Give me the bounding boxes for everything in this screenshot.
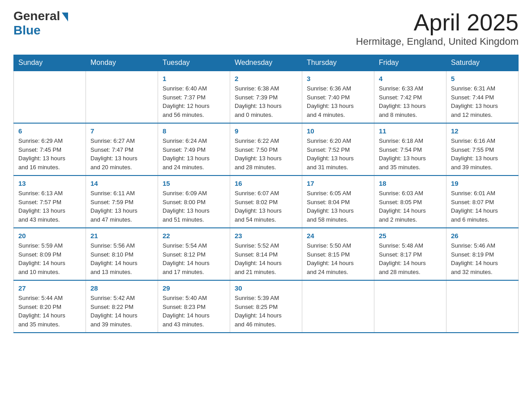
- day-number: 8: [163, 127, 225, 135]
- day-info: Sunrise: 6:29 AM Sunset: 7:45 PM Dayligh…: [18, 137, 81, 171]
- week-row-3: 13Sunrise: 6:13 AM Sunset: 7:57 PM Dayli…: [14, 176, 519, 228]
- day-info: Sunrise: 5:46 AM Sunset: 8:19 PM Dayligh…: [451, 241, 514, 276]
- day-number: 10: [307, 127, 369, 135]
- day-number: 30: [235, 284, 297, 292]
- day-info: Sunrise: 5:42 AM Sunset: 8:22 PM Dayligh…: [90, 294, 153, 329]
- logo-triangle-icon: [62, 13, 68, 21]
- day-info: Sunrise: 5:59 AM Sunset: 8:09 PM Dayligh…: [18, 241, 81, 276]
- calendar-cell: 21Sunrise: 5:56 AM Sunset: 8:10 PM Dayli…: [86, 228, 158, 280]
- calendar-cell: 15Sunrise: 6:09 AM Sunset: 8:00 PM Dayli…: [158, 176, 230, 228]
- weekday-header-wednesday: Wednesday: [230, 55, 302, 71]
- day-info: Sunrise: 5:56 AM Sunset: 8:10 PM Dayligh…: [90, 241, 153, 276]
- week-row-4: 20Sunrise: 5:59 AM Sunset: 8:09 PM Dayli…: [14, 228, 519, 280]
- day-number: 24: [307, 232, 369, 240]
- calendar-cell: [374, 280, 446, 333]
- calendar-cell: 17Sunrise: 6:05 AM Sunset: 8:04 PM Dayli…: [302, 176, 374, 228]
- day-number: 14: [90, 180, 153, 187]
- day-info: Sunrise: 6:07 AM Sunset: 8:02 PM Dayligh…: [235, 189, 297, 224]
- day-info: Sunrise: 6:31 AM Sunset: 7:44 PM Dayligh…: [451, 84, 514, 119]
- day-number: 13: [18, 180, 81, 187]
- day-info: Sunrise: 6:38 AM Sunset: 7:39 PM Dayligh…: [235, 84, 297, 119]
- day-info: Sunrise: 6:22 AM Sunset: 7:50 PM Dayligh…: [235, 137, 297, 171]
- weekday-header-tuesday: Tuesday: [158, 55, 230, 71]
- day-number: 22: [163, 232, 225, 240]
- calendar-cell: 7Sunrise: 6:27 AM Sunset: 7:47 PM Daylig…: [86, 123, 158, 176]
- day-info: Sunrise: 6:13 AM Sunset: 7:57 PM Dayligh…: [18, 189, 81, 224]
- day-number: 19: [451, 180, 514, 187]
- calendar-cell: 11Sunrise: 6:18 AM Sunset: 7:54 PM Dayli…: [374, 123, 446, 176]
- day-info: Sunrise: 6:16 AM Sunset: 7:55 PM Dayligh…: [451, 137, 514, 171]
- day-number: 28: [90, 284, 153, 292]
- weekday-header-sunday: Sunday: [14, 55, 86, 71]
- day-number: 18: [379, 180, 442, 187]
- day-info: Sunrise: 5:39 AM Sunset: 8:25 PM Dayligh…: [235, 294, 297, 329]
- week-row-2: 6Sunrise: 6:29 AM Sunset: 7:45 PM Daylig…: [14, 123, 519, 176]
- day-number: 12: [451, 127, 514, 135]
- calendar-cell: 8Sunrise: 6:24 AM Sunset: 7:49 PM Daylig…: [158, 123, 230, 176]
- weekday-header-saturday: Saturday: [446, 55, 519, 71]
- day-info: Sunrise: 5:52 AM Sunset: 8:14 PM Dayligh…: [235, 241, 297, 276]
- logo-general-text: General: [13, 9, 60, 23]
- day-info: Sunrise: 5:40 AM Sunset: 8:23 PM Dayligh…: [163, 294, 225, 329]
- day-number: 21: [90, 232, 153, 240]
- day-number: 6: [18, 127, 81, 135]
- month-title: April 2025: [356, 9, 519, 36]
- day-number: 29: [163, 284, 225, 292]
- calendar-cell: [302, 280, 374, 333]
- day-info: Sunrise: 6:09 AM Sunset: 8:00 PM Dayligh…: [163, 189, 225, 224]
- calendar-cell: 12Sunrise: 6:16 AM Sunset: 7:55 PM Dayli…: [446, 123, 519, 176]
- day-number: 16: [235, 180, 297, 187]
- day-info: Sunrise: 6:05 AM Sunset: 8:04 PM Dayligh…: [307, 189, 369, 224]
- calendar-cell: [446, 280, 519, 333]
- day-number: 17: [307, 180, 369, 187]
- day-info: Sunrise: 6:40 AM Sunset: 7:37 PM Dayligh…: [163, 84, 225, 119]
- calendar-cell: [86, 71, 158, 123]
- calendar-cell: 5Sunrise: 6:31 AM Sunset: 7:44 PM Daylig…: [446, 71, 519, 123]
- day-number: 5: [451, 75, 514, 82]
- calendar-cell: 28Sunrise: 5:42 AM Sunset: 8:22 PM Dayli…: [86, 280, 158, 333]
- calendar-cell: 27Sunrise: 5:44 AM Sunset: 8:20 PM Dayli…: [14, 280, 86, 333]
- calendar-header-row: SundayMondayTuesdayWednesdayThursdayFrid…: [14, 55, 519, 71]
- day-info: Sunrise: 5:50 AM Sunset: 8:15 PM Dayligh…: [307, 241, 369, 276]
- day-info: Sunrise: 6:18 AM Sunset: 7:54 PM Dayligh…: [379, 137, 442, 171]
- title-section: April 2025 Hermitage, England, United Ki…: [356, 9, 519, 47]
- page-header: General Blue April 2025 Hermitage, Engla…: [13, 9, 519, 47]
- calendar-cell: 13Sunrise: 6:13 AM Sunset: 7:57 PM Dayli…: [14, 176, 86, 228]
- calendar-cell: 25Sunrise: 5:48 AM Sunset: 8:17 PM Dayli…: [374, 228, 446, 280]
- day-info: Sunrise: 6:03 AM Sunset: 8:05 PM Dayligh…: [379, 189, 442, 224]
- day-number: 26: [451, 232, 514, 240]
- calendar-cell: 2Sunrise: 6:38 AM Sunset: 7:39 PM Daylig…: [230, 71, 302, 123]
- day-info: Sunrise: 5:54 AM Sunset: 8:12 PM Dayligh…: [163, 241, 225, 276]
- calendar-cell: 1Sunrise: 6:40 AM Sunset: 7:37 PM Daylig…: [158, 71, 230, 123]
- day-info: Sunrise: 6:11 AM Sunset: 7:59 PM Dayligh…: [90, 189, 153, 224]
- day-info: Sunrise: 5:48 AM Sunset: 8:17 PM Dayligh…: [379, 241, 442, 276]
- calendar-cell: 19Sunrise: 6:01 AM Sunset: 8:07 PM Dayli…: [446, 176, 519, 228]
- calendar-cell: 6Sunrise: 6:29 AM Sunset: 7:45 PM Daylig…: [14, 123, 86, 176]
- day-number: 1: [163, 75, 225, 82]
- day-number: 11: [379, 127, 442, 135]
- calendar-cell: 4Sunrise: 6:33 AM Sunset: 7:42 PM Daylig…: [374, 71, 446, 123]
- day-number: 2: [235, 75, 297, 82]
- week-row-5: 27Sunrise: 5:44 AM Sunset: 8:20 PM Dayli…: [14, 280, 519, 333]
- calendar-cell: 9Sunrise: 6:22 AM Sunset: 7:50 PM Daylig…: [230, 123, 302, 176]
- calendar-cell: 24Sunrise: 5:50 AM Sunset: 8:15 PM Dayli…: [302, 228, 374, 280]
- day-number: 7: [90, 127, 153, 135]
- day-info: Sunrise: 6:33 AM Sunset: 7:42 PM Dayligh…: [379, 84, 442, 119]
- week-row-1: 1Sunrise: 6:40 AM Sunset: 7:37 PM Daylig…: [14, 71, 519, 123]
- day-number: 27: [18, 284, 81, 292]
- day-info: Sunrise: 5:44 AM Sunset: 8:20 PM Dayligh…: [18, 294, 81, 329]
- calendar-cell: 18Sunrise: 6:03 AM Sunset: 8:05 PM Dayli…: [374, 176, 446, 228]
- calendar-cell: [14, 71, 86, 123]
- calendar-cell: 22Sunrise: 5:54 AM Sunset: 8:12 PM Dayli…: [158, 228, 230, 280]
- calendar-cell: 30Sunrise: 5:39 AM Sunset: 8:25 PM Dayli…: [230, 280, 302, 333]
- day-number: 20: [18, 232, 81, 240]
- day-info: Sunrise: 6:20 AM Sunset: 7:52 PM Dayligh…: [307, 137, 369, 171]
- day-info: Sunrise: 6:01 AM Sunset: 8:07 PM Dayligh…: [451, 189, 514, 224]
- logo: General Blue: [13, 9, 68, 38]
- logo-blue-text: Blue: [13, 23, 41, 38]
- day-number: 25: [379, 232, 442, 240]
- calendar-cell: 16Sunrise: 6:07 AM Sunset: 8:02 PM Dayli…: [230, 176, 302, 228]
- location-text: Hermitage, England, United Kingdom: [356, 36, 519, 47]
- day-number: 9: [235, 127, 297, 135]
- day-info: Sunrise: 6:24 AM Sunset: 7:49 PM Dayligh…: [163, 137, 225, 171]
